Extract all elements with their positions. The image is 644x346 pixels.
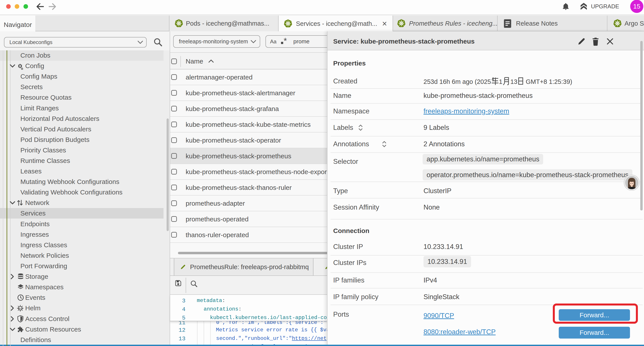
svg-text:HELM: HELM [18, 308, 22, 310]
svg-text:*: * [284, 37, 287, 45]
